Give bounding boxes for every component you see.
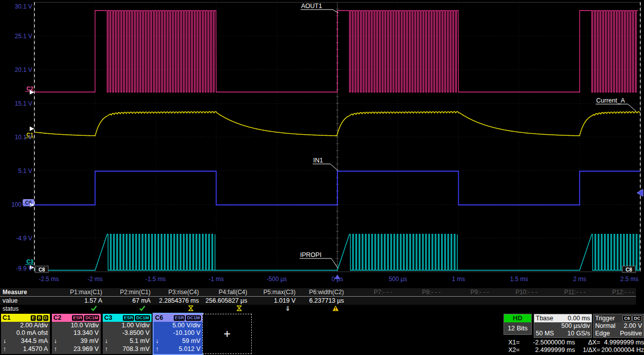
- badge-b: B: [37, 315, 42, 321]
- descriptor-bar: C1EBD2.00 A/div0.0 mA ofst↓344.5 mA↑1.45…: [0, 313, 644, 355]
- measure-status-p6: [298, 305, 346, 313]
- channel-descriptor-c1[interactable]: C1EBD2.00 A/div0.0 mA ofst↓344.5 mA↑1.45…: [1, 314, 50, 354]
- channel-offset: 0.0 mA ofst: [1, 329, 50, 337]
- timebase-samples: 50 MS: [536, 330, 554, 337]
- trigger-box[interactable]: Trigger C6 DC Normal 2.00 V Edge Positiv…: [593, 314, 644, 338]
- waveform-display[interactable]: C2C1C6C3C8C8AOUT1Current_AIN1IPROPI 30.1…: [0, 0, 644, 275]
- channel-id: C1: [3, 314, 11, 321]
- add-trace-dropzone[interactable]: +: [202, 314, 252, 354]
- channel-id: C6: [155, 314, 163, 321]
- time-axis-label: -1 ms: [208, 276, 224, 283]
- measure-status-p10: [491, 305, 539, 313]
- measure-column-p3: P3:rise(C4)2.2854376 ms: [153, 288, 201, 313]
- channel-descriptor-c6[interactable]: C6ESRDC1M5.00 V/div-10.100 V↓59 mV↑5.012…: [154, 314, 202, 354]
- channel-scale: 10.0 V/div: [52, 322, 101, 329]
- channel-offset: -10.100 V: [154, 329, 202, 337]
- cursor-readout: X1= -2.5000000 ms ΔX= 4.9999999 ms X2= 2…: [502, 339, 644, 354]
- measure-column-p8: P8:- - -: [394, 288, 443, 313]
- measure-status-p9: [443, 305, 491, 313]
- badge-e: E: [31, 315, 36, 321]
- callout-aout1[interactable]: AOUT1: [301, 3, 322, 10]
- badge-esr: ESR: [72, 315, 84, 321]
- measure-header-p1[interactable]: P1:max(C1): [56, 288, 104, 297]
- channel-max: ↑5.012 V: [154, 345, 202, 353]
- channel-descriptor-c3[interactable]: C3ESRDC1M1.00 V/div-3.8500 V↓5.1 mV↑708.…: [103, 314, 152, 354]
- measure-value-p10: [491, 297, 539, 305]
- measure-table: Measure value status P1:max(C1)1.57 AP2:…: [0, 288, 636, 313]
- channel-offset: -3.8500 V: [103, 329, 152, 337]
- waveform-grid[interactable]: C2C1C6C3C8C8AOUT1Current_AIN1IPROPI: [0, 0, 644, 275]
- min-arrow-icon: ↓: [105, 337, 108, 345]
- measure-header-p10[interactable]: P10:- - -: [491, 288, 539, 297]
- measure-header-p7[interactable]: P7:- - -: [346, 288, 394, 297]
- hd-label: HD: [504, 314, 531, 322]
- measure-header-p12[interactable]: P12:- - -: [588, 288, 636, 297]
- channel-max: ↑1.4570 A: [1, 345, 50, 353]
- y-axis-label: 25.1 V: [2, 33, 32, 40]
- min-arrow-icon: ↓: [3, 337, 6, 345]
- y-axis-label: -9.9 V: [2, 265, 32, 272]
- cursor-flag-2[interactable]: C8: [622, 266, 635, 273]
- channel-max: ↑23.969 V: [52, 345, 101, 353]
- channel-scale: 2.00 A/div: [1, 322, 50, 329]
- measure-column-p4: P4:fall(C4)256.605827 µs: [201, 288, 249, 313]
- trigger-type: Edge: [595, 330, 610, 337]
- graticule: [0, 0, 644, 275]
- time-axis-label: 500 µs: [389, 276, 407, 283]
- measure-header-p11[interactable]: P11:- - -: [539, 288, 588, 297]
- timebase-rate: 10 GS/s: [567, 330, 590, 337]
- x1-value: -2.5000000 ms: [520, 339, 575, 346]
- trigger-level: 2.00 V: [624, 322, 642, 330]
- measure-header-p4[interactable]: P4:fall(C4): [201, 288, 249, 297]
- measure-header-p3[interactable]: P3:rise(C4): [153, 288, 201, 297]
- trigger-slope: Positive: [620, 330, 642, 337]
- x2-value: 2.4999999 ms: [520, 346, 575, 354]
- measure-value-p11: [539, 297, 588, 305]
- measure-header-p5[interactable]: P5:max(C3): [249, 288, 298, 297]
- timebase-scale: 500 µs/div: [536, 322, 590, 330]
- trigger-mode: Normal: [595, 322, 615, 330]
- channel-min: ↓39 mV: [52, 337, 101, 345]
- measure-column-p10: P10:- - -: [491, 288, 539, 313]
- callout-in1[interactable]: IN1: [313, 157, 323, 164]
- timebase-label: Tbase: [536, 314, 553, 322]
- callout-current_a[interactable]: Current_A: [596, 97, 625, 104]
- time-axis-label: -1.5 ms: [146, 276, 166, 283]
- min-arrow-icon: ↓: [156, 337, 159, 345]
- measure-column-p1: P1:max(C1)1.57 A: [56, 288, 104, 313]
- trigger-time-marker[interactable]: [334, 275, 340, 279]
- x2-label: X2=: [502, 346, 520, 354]
- badge-esr: ESR: [174, 315, 185, 321]
- max-arrow-icon: ↑: [3, 345, 6, 353]
- hd-mode-box[interactable]: HD 12 Bits: [504, 314, 532, 335]
- measure-status-p4: [201, 305, 249, 313]
- max-arrow-icon: ↑: [105, 345, 108, 353]
- measure-column-p9: P9:- - -: [443, 288, 491, 313]
- channel-scale: 1.00 V/div: [103, 322, 152, 329]
- measure-header-p6[interactable]: P6:width(C2): [298, 288, 346, 297]
- badge-esr: ESR: [123, 315, 134, 321]
- measure-value-p4: 256.605827 µs: [201, 297, 249, 305]
- measure-status-p2: [104, 305, 153, 313]
- cursor-flag-1[interactable]: C8: [35, 266, 48, 273]
- badge-dc1m: DC1M: [186, 315, 201, 321]
- measure-header-p9[interactable]: P9:- - -: [443, 288, 491, 297]
- dx-value: 4.9999999 ms: [600, 339, 644, 346]
- channel-descriptor-c2[interactable]: C2ESRDC1M10.0 V/div13.340 V↓39 mV↑23.969…: [52, 314, 101, 354]
- measure-value-row-label: value: [0, 297, 56, 305]
- channel-id: C2: [53, 314, 61, 321]
- oscilloscope-screen: C2C1C6C3C8C8AOUT1Current_AIN1IPROPI 30.1…: [0, 0, 644, 355]
- timebase-box[interactable]: Tbase 0.00 ms 500 µs/div 50 MS 10 GS/s: [534, 314, 592, 338]
- measure-column-p5: P5:max(C3)1.019 V⇓: [249, 288, 298, 313]
- measure-header-p2[interactable]: P2:min(C1): [104, 288, 153, 297]
- measure-status-p7: [346, 305, 394, 313]
- measure-value-p9: [443, 297, 491, 305]
- marker-c3-label[interactable]: C3: [27, 258, 34, 264]
- min-arrow-icon: ↓: [54, 337, 57, 345]
- time-axis: -2.5 ms-2 ms-1.5 ms-1 ms-500 µs0 µs500 µ…: [0, 275, 644, 285]
- measure-value-p1: 1.57 A: [56, 297, 104, 305]
- measure-header-p8[interactable]: P8:- - -: [394, 288, 443, 297]
- measure-value-p8: [394, 297, 443, 305]
- channel-min: ↓59 mV: [154, 337, 202, 345]
- callout-ipropi[interactable]: IPROPI: [300, 251, 321, 258]
